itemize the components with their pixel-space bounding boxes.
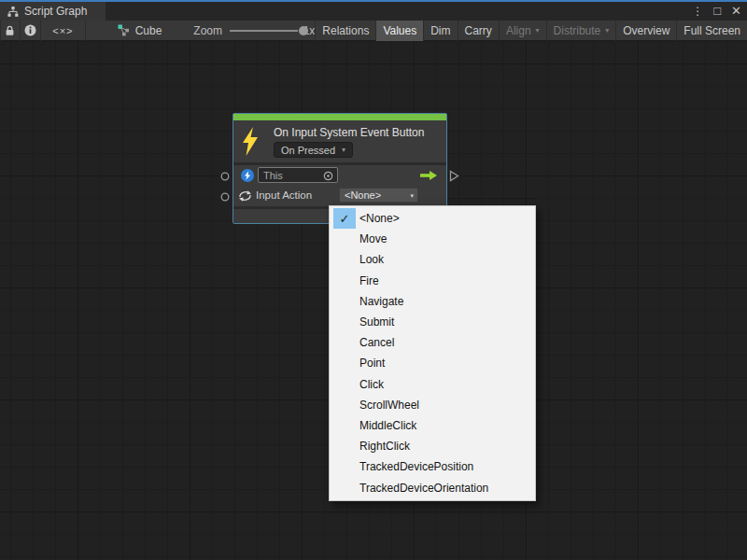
- toolbar-toggle-group: Relations Values Dim Carry Align ▾ Distr…: [315, 21, 747, 41]
- menu-item[interactable]: Cancel: [330, 332, 535, 353]
- check-icon: ✓: [333, 208, 356, 229]
- info-button[interactable]: [21, 21, 41, 41]
- graph-breadcrumb-label: Cube: [135, 24, 162, 37]
- node-title: On Input System Event Button: [274, 126, 424, 139]
- toolbar-button-overview[interactable]: Overview: [615, 21, 676, 41]
- input-action-menu: ✓ <None> Move Look Fire Navigate Submit …: [329, 205, 536, 501]
- zoom-label: Zoom: [193, 24, 222, 37]
- chevron-down-icon: ▾: [536, 26, 540, 35]
- graph-canvas[interactable]: On Input System Event Button On Pressed …: [0, 41, 747, 560]
- hierarchy-icon: [7, 7, 19, 17]
- info-icon: [24, 24, 36, 36]
- chevron-down-icon: ▾: [342, 146, 345, 154]
- menu-item[interactable]: TrackedDevicePosition: [330, 456, 535, 477]
- menu-item[interactable]: ScrollWheel: [330, 395, 535, 415]
- graph-breadcrumb-cube[interactable]: Cube: [110, 21, 170, 41]
- event-target-icon: [241, 169, 254, 182]
- graph-toolbar: <×> Cube Zoom 1x Relations Values: [0, 21, 747, 41]
- node-header[interactable]: On Input System Event Button On Pressed …: [233, 120, 446, 162]
- graph-icon: [118, 24, 130, 36]
- this-object-field[interactable]: This: [258, 167, 338, 183]
- menu-item[interactable]: Click: [330, 374, 535, 395]
- node-accent-bar: [233, 114, 446, 120]
- flow-arrow-icon: [420, 171, 437, 180]
- menu-item[interactable]: Navigate: [330, 291, 535, 312]
- menu-item[interactable]: TrackedDeviceOrientation: [330, 477, 535, 497]
- lightning-bolt-icon: [242, 126, 259, 157]
- tab-script-graph[interactable]: Script Graph: [0, 2, 106, 21]
- code-view-button[interactable]: <×>: [41, 21, 86, 41]
- object-picker-icon[interactable]: [323, 171, 333, 181]
- input-action-icon: [238, 189, 252, 203]
- toolbar-button-align[interactable]: Align ▾: [499, 21, 546, 41]
- lock-button[interactable]: [0, 21, 21, 41]
- zoom-slider[interactable]: [230, 21, 298, 41]
- tab-title: Script Graph: [24, 5, 87, 18]
- toolbar-button-distribute[interactable]: Distribute ▾: [546, 21, 616, 41]
- chevron-down-icon: ▾: [605, 26, 609, 35]
- toolbar-button-carry[interactable]: Carry: [458, 21, 499, 41]
- menu-item[interactable]: Move: [330, 229, 535, 249]
- tab-bar: Script Graph ⋮ □ ✕: [0, 2, 747, 21]
- toolbar-button-values[interactable]: Values: [375, 21, 423, 41]
- this-input-port[interactable]: [220, 172, 230, 181]
- code-icon: <×>: [52, 25, 73, 36]
- flow-output-port[interactable]: [449, 170, 459, 182]
- chevron-down-icon: ▾: [410, 191, 414, 201]
- toolbar-button-dim[interactable]: Dim: [423, 21, 457, 41]
- menu-item[interactable]: Look: [330, 249, 535, 270]
- menu-item[interactable]: MiddleClick: [330, 415, 535, 436]
- toolbar-button-fullscreen[interactable]: Full Screen: [676, 21, 747, 41]
- close-icon[interactable]: ✕: [731, 2, 741, 21]
- toolbar-button-relations[interactable]: Relations: [315, 21, 375, 41]
- menu-item[interactable]: Point: [330, 353, 535, 373]
- unity-script-graph-window: Script Graph ⋮ □ ✕ <×>: [0, 0, 747, 560]
- menu-item[interactable]: RightClick: [330, 436, 535, 456]
- menu-item[interactable]: Submit: [330, 312, 535, 332]
- zoom-slider-handle[interactable]: [299, 26, 308, 35]
- input-action-row: Input Action <None> ▾: [233, 186, 446, 206]
- zoom-slider-track: [230, 30, 298, 32]
- window-controls: ⋮ □ ✕: [692, 2, 741, 21]
- kebab-menu-icon[interactable]: ⋮: [692, 2, 703, 21]
- input-action-port[interactable]: [220, 192, 230, 202]
- menu-item[interactable]: ✓ <None>: [330, 208, 535, 229]
- input-action-label: Input Action: [256, 189, 312, 201]
- trigger-dropdown[interactable]: On Pressed ▾: [274, 142, 353, 158]
- input-action-dropdown[interactable]: <None> ▾: [339, 188, 418, 203]
- maximize-icon[interactable]: □: [713, 2, 721, 21]
- this-row: This: [233, 165, 446, 186]
- lock-icon: [5, 25, 15, 36]
- menu-item[interactable]: Fire: [330, 271, 535, 291]
